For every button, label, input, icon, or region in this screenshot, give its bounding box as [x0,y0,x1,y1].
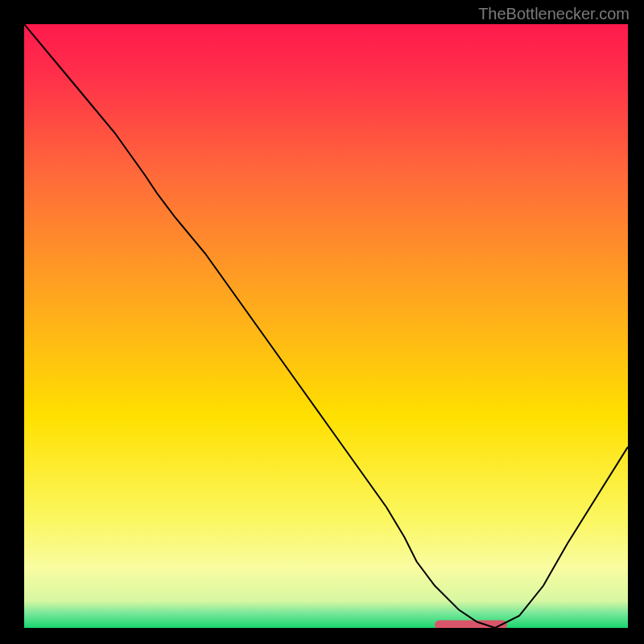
gradient-background [24,24,628,628]
plot-area [24,24,628,628]
bottleneck-chart [24,24,628,628]
watermark-label: TheBottlenecker.com [478,5,630,23]
chart-container: TheBottlenecker.com [0,0,644,644]
